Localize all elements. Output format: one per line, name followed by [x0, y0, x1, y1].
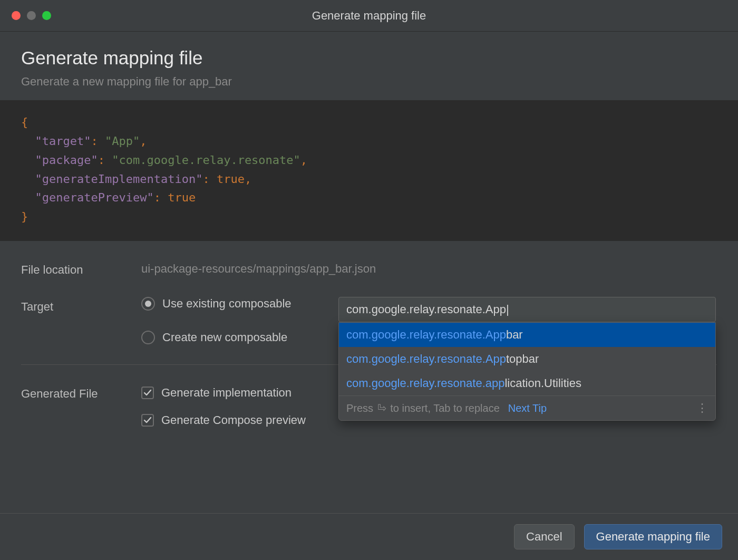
checkbox-icon — [141, 387, 154, 399]
radio-create-new-label: Create new composable — [162, 331, 287, 344]
titlebar: Generate mapping file — [0, 0, 738, 32]
check-generate-implementation-label: Generate implementation — [161, 386, 292, 400]
target-label: Target — [21, 297, 141, 314]
json-preview: { "target": "App", "package": "com.googl… — [0, 100, 738, 241]
autocomplete-popup: com.google.relay.resonate.Appbar com.goo… — [338, 322, 716, 421]
enter-key-icon: ⏎ — [377, 402, 386, 414]
check-generate-preview[interactable]: Generate Compose preview — [141, 413, 306, 427]
check-generate-implementation[interactable]: Generate implementation — [141, 386, 306, 400]
radio-use-existing-label: Use existing composable — [162, 297, 292, 311]
autocomplete-item[interactable]: com.google.relay.resonate.Appbar — [339, 323, 715, 347]
radio-icon — [141, 297, 155, 311]
file-location-value: ui-package-resources/mappings/app_bar.js… — [141, 262, 717, 276]
dialog-header: Generate mapping file Generate a new map… — [0, 32, 738, 100]
generated-file-label: Generated File — [21, 386, 141, 401]
file-location-row: File location ui-package-resources/mappi… — [21, 262, 717, 277]
form-area: File location ui-package-resources/mappi… — [0, 241, 738, 513]
dialog-window: Generate mapping file Generate mapping f… — [0, 0, 738, 560]
dialog-footer: Cancel Generate mapping file — [0, 513, 738, 560]
generate-button[interactable]: Generate mapping file — [584, 524, 722, 549]
generated-file-checks: Generate implementation Generate Compose… — [141, 386, 306, 427]
more-options-icon[interactable]: ⋮ — [696, 401, 708, 415]
radio-use-existing[interactable]: Use existing composable — [141, 297, 338, 311]
checkbox-icon — [141, 414, 154, 427]
minimize-window-button[interactable] — [27, 11, 36, 20]
radio-icon — [141, 331, 155, 344]
target-input-wrapper: com.google.relay.resonate.Appbar com.goo… — [338, 297, 716, 322]
window-controls — [0, 11, 51, 20]
autocomplete-item[interactable]: com.google.relay.resonate.Apptopbar — [339, 347, 715, 371]
next-tip-link[interactable]: Next Tip — [508, 402, 547, 414]
file-location-label: File location — [21, 262, 141, 277]
maximize-window-button[interactable] — [42, 11, 51, 20]
autocomplete-item[interactable]: com.google.relay.resonate.application.Ut… — [339, 371, 715, 395]
radio-create-new[interactable]: Create new composable — [141, 331, 338, 344]
target-radio-group: Use existing composable Create new compo… — [141, 297, 338, 344]
autocomplete-footer: Press ⏎ to insert, Tab to replace Next T… — [339, 395, 715, 420]
target-input[interactable] — [338, 297, 716, 322]
target-row: Target Use existing composable Create ne… — [21, 297, 717, 344]
cancel-button[interactable]: Cancel — [514, 524, 574, 549]
close-window-button[interactable] — [12, 11, 21, 20]
window-title: Generate mapping file — [0, 9, 738, 23]
autocomplete-hint: Press ⏎ to insert, Tab to replace — [346, 402, 500, 414]
dialog-subtitle: Generate a new mapping file for app_bar — [21, 75, 717, 89]
check-generate-preview-label: Generate Compose preview — [161, 413, 306, 427]
dialog-title: Generate mapping file — [21, 47, 717, 69]
